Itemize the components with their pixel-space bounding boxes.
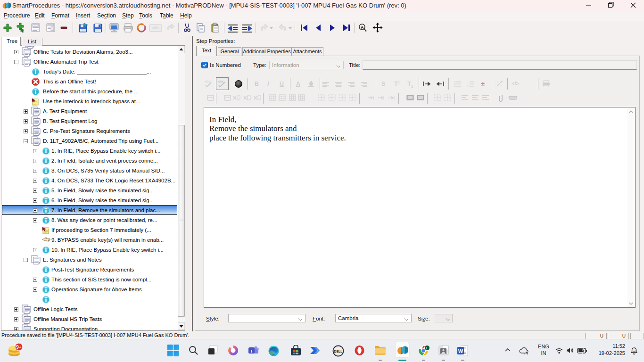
svg-text:L: L: [426, 346, 429, 350]
svg-text:W: W: [458, 348, 463, 354]
svg-text:a: a: [365, 30, 367, 33]
svg-text:1: 1: [467, 81, 469, 84]
svg-text:A: A: [361, 25, 364, 30]
svg-text:ABC: ABC: [218, 80, 224, 83]
svg-text:ABC: ABC: [205, 80, 211, 83]
svg-text:T: T: [250, 349, 253, 354]
svg-text:2: 2: [467, 85, 469, 87]
svg-text:9+: 9+: [16, 345, 22, 350]
svg-text:DELL: DELL: [334, 350, 343, 353]
svg-text:EZ: EZ: [633, 349, 636, 352]
